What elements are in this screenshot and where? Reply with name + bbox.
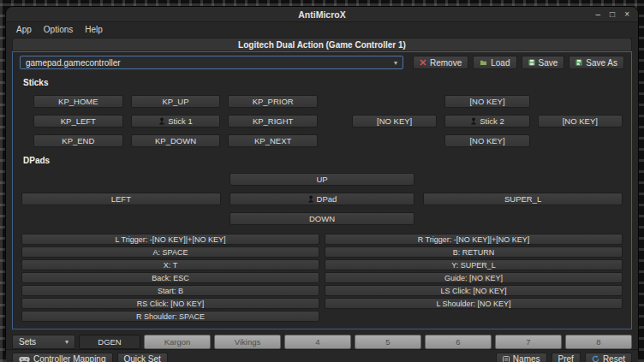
left-stick-left-button[interactable]: KP_LEFT <box>33 115 123 128</box>
dpad-right-button[interactable]: SUPER_L <box>423 193 623 205</box>
right-stick-right-button[interactable]: [NO KEY] <box>538 115 623 128</box>
r-trigger-button[interactable]: R Trigger: -[NO KEY]|+[NO KEY] <box>325 234 623 245</box>
left-stick-down-right-button[interactable]: KP_NEXT <box>228 134 318 147</box>
rs-click-button[interactable]: RS Click: [NO KEY] <box>21 298 319 309</box>
set-tab-7[interactable]: 7 <box>495 335 562 349</box>
back-button[interactable]: Back: ESC <box>21 272 319 283</box>
start-button[interactable]: Start: B <box>21 285 319 296</box>
close-icon[interactable]: × <box>624 10 629 19</box>
save-as-button[interactable]: Save As <box>569 56 624 69</box>
left-stick-down-left-button[interactable]: KP_END <box>33 134 123 147</box>
sets-dropdown-label: Sets <box>19 337 36 347</box>
save-button-label: Save <box>539 58 558 68</box>
left-stick-up-button[interactable]: KP_UP <box>131 95 221 108</box>
profile-row: gamepad.gamecontroller ▾ Remove Load Sa <box>20 56 624 69</box>
assignment-column-left: L Trigger: -[NO KEY]|+[NO KEY] A: SPACE … <box>21 234 319 322</box>
quick-set-label: Quick Set <box>124 354 161 362</box>
ls-click-button[interactable]: LS Click: [NO KEY] <box>325 285 623 296</box>
right-stick-up-button[interactable]: [NO KEY] <box>444 95 529 108</box>
menu-app[interactable]: App <box>10 24 38 35</box>
y-button[interactable]: Y: SUPER_L <box>325 259 623 270</box>
r-shoulder-button[interactable]: R Shoulder: SPACE <box>21 311 319 322</box>
dpad-up-button[interactable]: UP <box>230 173 414 186</box>
joystick-icon <box>470 117 477 125</box>
set-tab-5[interactable]: 5 <box>355 335 421 349</box>
a-button[interactable]: A: SPACE <box>21 246 319 258</box>
right-stick-left-button[interactable]: [NO KEY] <box>352 115 437 128</box>
quick-set-button[interactable]: Quick Set <box>117 353 168 362</box>
right-stick-down-button[interactable]: [NO KEY] <box>444 134 529 147</box>
dpad-grid: UP LEFT DPad SUPER_L DOWN <box>20 173 624 225</box>
profile-combobox-value: gamepad.gamecontroller <box>26 58 121 68</box>
controller-panel: gamepad.gamecontroller ▾ Remove Load Sa <box>12 51 632 329</box>
chevron-down-icon: ▾ <box>394 59 397 67</box>
save-button[interactable]: Save <box>522 56 565 69</box>
guide-button[interactable]: Guide: [NO KEY] <box>325 272 623 283</box>
gamepad-icon <box>19 356 30 362</box>
right-stick-center-label: Stick 2 <box>480 116 504 126</box>
remove-button-label: Remove <box>430 58 462 68</box>
dpad-left-button[interactable]: LEFT <box>21 193 221 205</box>
assignment-column-right: R Trigger: -[NO KEY]|+[NO KEY] B: RETURN… <box>325 234 623 322</box>
remove-button[interactable]: Remove <box>413 56 468 69</box>
controller-tab-bar: Logitech Dual Action (Game Controller 1) <box>12 38 632 51</box>
statusbar: Controller Mapping Quick Set Names Pref … <box>6 349 638 362</box>
maximize-icon[interactable]: □ <box>610 10 615 19</box>
sticks-row: KP_HOME KP_UP KP_PRIOR KP_LEFT Stick 1 K… <box>20 95 624 147</box>
pref-button[interactable]: Pref <box>552 353 581 362</box>
dpad-icon <box>307 195 314 203</box>
menu-help[interactable]: Help <box>79 24 109 35</box>
profile-combobox[interactable]: gamepad.gamecontroller ▾ <box>20 56 403 69</box>
load-button[interactable]: Load <box>473 56 516 69</box>
b-button[interactable]: B: RETURN <box>325 246 623 258</box>
sets-row: Sets ▾ DGEN Kargon Vikings 4 5 6 7 8 <box>12 335 632 349</box>
dpads-section-label: DPads <box>23 156 624 165</box>
sets-dropdown-button[interactable]: Sets ▾ <box>12 335 75 349</box>
sticks-section-label: Sticks <box>23 78 624 87</box>
controller-mapping-label: Controller Mapping <box>33 354 106 362</box>
pref-button-label: Pref <box>558 354 574 362</box>
l-trigger-button[interactable]: L Trigger: -[NO KEY]|+[NO KEY] <box>21 234 319 245</box>
left-stick-grid: KP_HOME KP_UP KP_PRIOR KP_LEFT Stick 1 K… <box>33 95 318 147</box>
set-tab-6[interactable]: 6 <box>425 335 492 349</box>
l-shoulder-button[interactable]: L Shoulder: [NO KEY] <box>325 298 623 309</box>
reset-arrow-icon <box>592 355 599 362</box>
titlebar[interactable]: AntiMicroX – □ × <box>6 7 638 22</box>
names-list-icon <box>503 356 510 362</box>
remove-icon <box>420 59 426 66</box>
reset-button[interactable]: Reset <box>585 353 632 362</box>
left-stick-right-button[interactable]: KP_RIGHT <box>228 115 318 128</box>
dpad-down-button[interactable]: DOWN <box>230 212 414 225</box>
folder-open-icon <box>480 59 487 66</box>
left-stick-up-right-button[interactable]: KP_PRIOR <box>228 95 318 108</box>
set-tab-4[interactable]: 4 <box>284 335 351 349</box>
reset-button-label: Reset <box>603 354 625 362</box>
left-stick-down-button[interactable]: KP_DOWN <box>131 134 221 147</box>
save-as-disk-icon <box>575 59 582 66</box>
controller-mapping-button[interactable]: Controller Mapping <box>12 353 113 362</box>
left-stick-up-left-button[interactable]: KP_HOME <box>33 95 123 108</box>
minimize-icon[interactable]: – <box>596 10 601 19</box>
window-title: AntiMicroX <box>298 9 345 20</box>
left-stick-center-label: Stick 1 <box>168 116 193 126</box>
x-button[interactable]: X: T <box>21 259 319 270</box>
set-tab-1[interactable]: DGEN <box>79 335 140 349</box>
dpad-center-label: DPad <box>317 194 337 204</box>
right-stick-center-button[interactable]: Stick 2 <box>444 115 529 128</box>
right-stick-grid: [NO KEY] [NO KEY] Stick 2 [NO KEY] [NO K… <box>352 95 623 147</box>
names-button[interactable]: Names <box>496 353 547 362</box>
dpad-center-button[interactable]: DPad <box>230 193 414 205</box>
set-tab-8[interactable]: 8 <box>565 335 632 349</box>
menubar: App Options Help <box>6 22 638 36</box>
load-button-label: Load <box>491 58 510 68</box>
assignment-columns: L Trigger: -[NO KEY]|+[NO KEY] A: SPACE … <box>20 234 624 322</box>
app-window: AntiMicroX – □ × App Options Help Logite… <box>5 6 639 356</box>
set-tab-2[interactable]: Kargon <box>144 335 211 349</box>
menu-options[interactable]: Options <box>38 24 79 35</box>
names-button-label: Names <box>513 354 540 362</box>
joystick-icon <box>158 117 165 125</box>
left-stick-center-button[interactable]: Stick 1 <box>131 115 221 128</box>
controller-tab[interactable]: Logitech Dual Action (Game Controller 1) <box>12 38 632 50</box>
set-tab-3[interactable]: Vikings <box>214 335 281 349</box>
save-disk-icon <box>528 59 535 66</box>
